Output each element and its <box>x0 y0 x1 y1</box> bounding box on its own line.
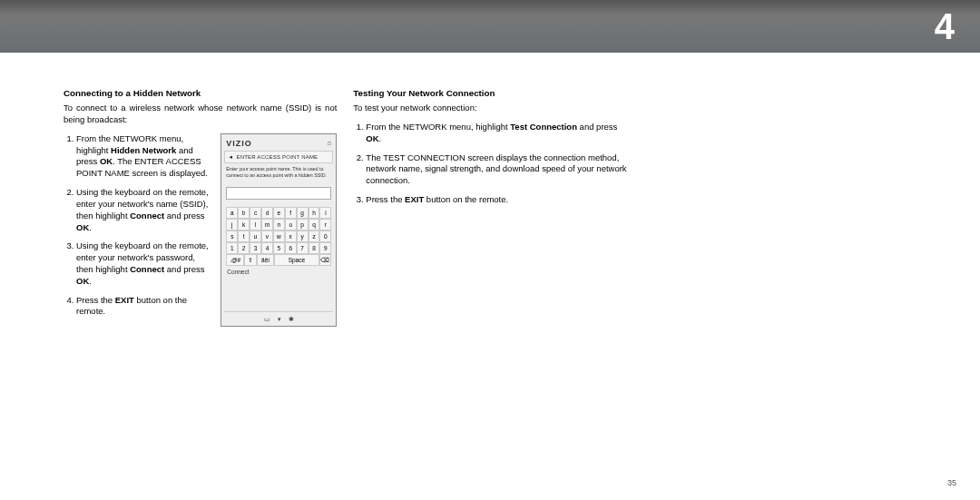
left-steps: From the NETWORK menu, highlight Hidden … <box>64 133 210 327</box>
key[interactable]: s <box>226 230 238 242</box>
key[interactable]: n <box>273 219 285 230</box>
right-column: Testing Your Network Connection To test … <box>353 87 626 327</box>
key[interactable]: 1 <box>226 242 238 254</box>
left-intro: To connect to a wireless network whose n… <box>64 103 337 126</box>
key[interactable]: j <box>226 219 238 230</box>
key[interactable]: d <box>261 207 273 219</box>
page-content: Connecting to a Hidden Network To connec… <box>64 87 916 327</box>
left-split: From the NETWORK menu, highlight Hidden … <box>64 133 337 327</box>
info-icon: ✱ <box>289 315 294 323</box>
key[interactable]: q <box>309 219 320 230</box>
key[interactable]: w <box>273 230 285 242</box>
key[interactable]: t <box>238 230 250 242</box>
key-space[interactable]: Space <box>274 254 318 266</box>
key[interactable]: p <box>297 219 309 230</box>
key[interactable]: o <box>285 219 297 230</box>
key[interactable]: m <box>261 219 273 230</box>
osd-footer: ▭ ▾ ✱ <box>224 311 333 323</box>
key[interactable]: i <box>319 207 331 219</box>
key[interactable]: 2 <box>238 242 250 254</box>
right-step-3: Press the EXIT button on the remote. <box>366 194 626 206</box>
key-shift[interactable]: ⇧ <box>244 254 257 266</box>
osd-hint: Enter your access point name. This is us… <box>224 163 333 184</box>
key[interactable]: e <box>273 207 285 219</box>
key-accent[interactable]: äêí <box>257 254 275 266</box>
key[interactable]: 5 <box>273 242 285 254</box>
page-number: 35 <box>947 478 956 487</box>
key[interactable]: v <box>261 230 273 242</box>
key[interactable]: h <box>309 207 320 219</box>
osd-title-row: ◄ ENTER ACCESS POINT NAME <box>224 151 333 163</box>
kbd-row-3: s t u v w x y z 0 <box>226 230 331 242</box>
chapter-number: 4 <box>935 6 955 47</box>
osd-panel: VIZIO ⌂ ◄ ENTER ACCESS POINT NAME Enter … <box>220 133 337 327</box>
left-step-1: From the NETWORK menu, highlight Hidden … <box>76 133 210 180</box>
key[interactable]: a <box>226 207 238 219</box>
key[interactable]: g <box>297 207 309 219</box>
key[interactable]: r <box>319 219 331 230</box>
right-intro: To test your network connection: <box>353 103 626 114</box>
key[interactable]: 8 <box>309 242 320 254</box>
backspace-icon[interactable]: ⌫ <box>319 254 332 266</box>
osd-brand: VIZIO <box>226 138 252 149</box>
key-symbols[interactable]: .@# <box>226 254 244 266</box>
key[interactable]: k <box>238 219 250 230</box>
key[interactable]: 4 <box>261 242 273 254</box>
wide-icon: ▭ <box>264 315 270 323</box>
right-step-1: From the NETWORK menu, highlight Test Co… <box>366 122 626 145</box>
ssid-input[interactable] <box>226 187 331 200</box>
key[interactable]: f <box>285 207 297 219</box>
key[interactable]: 7 <box>297 242 309 254</box>
kbd-row-2: j k l m n o p q r <box>226 219 331 230</box>
back-chevron-icon: ◄ <box>228 153 233 161</box>
key[interactable]: 0 <box>319 230 331 242</box>
key[interactable]: y <box>297 230 309 242</box>
key[interactable]: x <box>285 230 297 242</box>
right-heading: Testing Your Network Connection <box>353 87 626 99</box>
left-column: Connecting to a Hidden Network To connec… <box>64 87 337 327</box>
left-step-3: Using the keyboard on the remote, enter … <box>76 240 210 287</box>
empty-column <box>643 87 916 327</box>
chevron-down-icon: ▾ <box>278 315 281 323</box>
key[interactable]: u <box>250 230 261 242</box>
right-step-2: The TEST CONNECTION screen displays the … <box>366 152 626 187</box>
key[interactable]: 6 <box>285 242 297 254</box>
left-step-4: Press the EXIT button on the remote. <box>76 295 210 319</box>
kbd-row-5: .@# ⇧ äêí Space ⌫ <box>226 254 331 266</box>
left-heading: Connecting to a Hidden Network <box>64 87 337 99</box>
kbd-row-1: a b c d e f g h i <box>226 207 331 219</box>
osd-title: ENTER ACCESS POINT NAME <box>236 153 318 161</box>
kbd-row-4: 1 2 3 4 5 6 7 8 9 <box>226 242 331 254</box>
chapter-header: 4 <box>0 0 980 53</box>
key[interactable]: b <box>238 207 250 219</box>
onscreen-keyboard: a b c d e f g h i j k l m <box>226 207 331 266</box>
osd-header: VIZIO ⌂ <box>224 138 333 151</box>
key[interactable]: 9 <box>319 242 331 254</box>
connect-button[interactable]: Connect <box>224 266 333 309</box>
key[interactable]: 3 <box>250 242 261 254</box>
key[interactable]: l <box>250 219 261 230</box>
home-icon: ⌂ <box>327 139 331 149</box>
key[interactable]: c <box>250 207 261 219</box>
key[interactable]: z <box>309 230 320 242</box>
left-step-2: Using the keyboard on the remote, enter … <box>76 187 210 233</box>
